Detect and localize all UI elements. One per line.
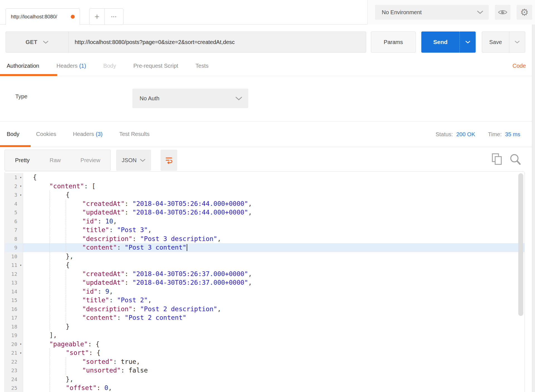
fold-caret-icon[interactable]: ▾ [20, 184, 22, 188]
fold-caret-icon[interactable]: ▾ [20, 264, 22, 267]
line-number: 13 [5, 278, 23, 287]
indent-guide [66, 243, 66, 252]
indent-guide [66, 305, 66, 314]
line-number: 22 [5, 357, 23, 366]
params-button[interactable]: Params [371, 31, 416, 53]
code-line-content[interactable]: "title": "Post 2", [23, 296, 524, 305]
line-number: 9 [5, 243, 23, 252]
save-options-button[interactable] [509, 32, 525, 52]
line-number: 3▾ [5, 191, 23, 199]
auth-type-selector[interactable]: No Auth [132, 89, 248, 108]
code-line-content[interactable]: "unsorted": false [23, 366, 524, 375]
request-tab-headers[interactable]: Headers(1) [57, 63, 86, 69]
url-value: http://localhost:8080/posts?page=0&size=… [75, 39, 235, 45]
request-tabs: AuthorizationHeaders(1)BodyPre-request S… [0, 56, 535, 76]
indent-guide [49, 296, 50, 305]
line-number: 10 [5, 252, 23, 261]
view-mode-raw[interactable]: Raw [40, 150, 70, 171]
fold-caret-icon[interactable]: ▾ [20, 351, 22, 355]
search-icon [509, 153, 521, 165]
code-line-content[interactable]: "sorted": true, [23, 357, 524, 366]
format-selector[interactable]: JSON [116, 150, 151, 171]
indent-guide [49, 261, 50, 270]
code-line-content[interactable]: "description": "Post 2 description", [23, 305, 524, 314]
code-line-content[interactable]: { [23, 261, 524, 270]
response-tab-cookies[interactable]: Cookies [36, 131, 56, 137]
line-number: 14 [5, 287, 23, 296]
environment-quick-look-button[interactable] [495, 5, 510, 20]
code-line-content[interactable]: "sort": { [23, 349, 524, 357]
status-value: 200 OK [456, 131, 475, 137]
send-button[interactable]: Send [421, 31, 476, 53]
send-options-button[interactable] [459, 31, 476, 53]
code-line-content[interactable]: "updatedAt": "2018-04-30T05:26:44.000+00… [23, 208, 524, 217]
new-tab-button[interactable]: + [89, 9, 105, 25]
code-line-9: 9"content": "Post 3 content" [5, 243, 524, 252]
tab-bar: http://localhost:8080/ + ••• No Environm… [0, 0, 535, 25]
request-tab-pre-request-script[interactable]: Pre-request Script [133, 63, 178, 69]
code-link[interactable]: Code [512, 63, 526, 69]
code-line-content[interactable]: { [23, 191, 524, 199]
save-label: Save [482, 32, 509, 52]
code-line-content[interactable]: "id": 9, [23, 287, 524, 296]
time-value: 35 ms [505, 131, 520, 137]
code-line-content[interactable]: "updatedAt": "2018-04-30T05:26:37.000+00… [23, 278, 524, 287]
method-label: GET [26, 39, 38, 45]
code-line-content[interactable]: "createdAt": "2018-04-30T05:26:44.000+00… [23, 199, 524, 208]
indent-guide [66, 208, 66, 217]
code-line-content[interactable]: "title": "Post 3", [23, 226, 524, 235]
code-line-content[interactable]: "offset": 0, [23, 384, 524, 392]
code-line-content[interactable]: "description": "Post 3 description", [23, 235, 524, 244]
response-tab-headers[interactable]: Headers(3) [73, 131, 103, 137]
response-body-viewer: 1▾{2▾"content": [3▾{4"createdAt": "2018-… [4, 171, 525, 392]
response-tab-test-results[interactable]: Test Results [119, 131, 150, 137]
indent-guide [49, 217, 50, 226]
line-number: 12 [5, 270, 23, 279]
code-line-content[interactable]: "content": "Post 3 content" [23, 243, 524, 252]
save-button[interactable]: Save [482, 31, 525, 53]
code-line-content[interactable]: "content": "Post 2 content" [23, 313, 524, 322]
request-tab-body[interactable]: Body [103, 63, 116, 69]
open-request-tab[interactable]: http://localhost:8080/ [6, 8, 80, 25]
fold-caret-icon[interactable]: ▾ [20, 193, 22, 197]
code-line-content[interactable]: { [23, 173, 524, 182]
code-line-19: 19], [5, 331, 524, 340]
active-tab-underline [0, 145, 31, 147]
indent-guide [49, 243, 50, 252]
response-header: BodyCookiesHeaders(3)Test Results Status… [0, 121, 535, 147]
code-line-content[interactable]: ], [23, 331, 524, 340]
code-line-20: 20▾"pageable": { [5, 340, 524, 349]
code-line-content[interactable]: "pageable": { [23, 340, 524, 349]
copy-response-button[interactable] [492, 153, 502, 167]
fold-caret-icon[interactable]: ▾ [20, 342, 22, 346]
settings-button[interactable]: ⚙ [517, 5, 532, 20]
method-selector[interactable]: GET [6, 32, 69, 52]
wrap-lines-button[interactable] [160, 150, 177, 171]
indent-guide [49, 270, 50, 279]
url-input[interactable]: http://localhost:8080/posts?page=0&size=… [69, 32, 366, 52]
code-line-content[interactable]: "content": [ [23, 182, 524, 191]
code-line-1: 1▾{ [5, 173, 524, 182]
code-line-content[interactable]: } [23, 322, 524, 331]
code-line-content[interactable]: }, [23, 252, 524, 261]
response-tab-body[interactable]: Body [7, 131, 20, 137]
request-tab-tests[interactable]: Tests [196, 63, 209, 69]
view-mode-preview[interactable]: Preview [70, 150, 110, 171]
indent-guide [49, 252, 50, 261]
code-line-content[interactable]: "createdAt": "2018-04-30T05:26:37.000+00… [23, 270, 524, 279]
code-line-content[interactable]: "id": 10, [23, 217, 524, 226]
environment-selector[interactable]: No Environment [375, 5, 489, 20]
code-line-content[interactable]: }, [23, 375, 524, 384]
line-number: 2▾ [5, 182, 23, 191]
send-label: Send [421, 31, 459, 53]
line-number: 16 [5, 305, 23, 314]
request-tab-authorization[interactable]: Authorization [7, 63, 39, 69]
line-number: 11▾ [5, 261, 23, 270]
view-mode-pretty[interactable]: Pretty [5, 150, 40, 171]
search-response-button[interactable] [509, 153, 521, 167]
fold-caret-icon[interactable]: ▾ [20, 176, 22, 179]
more-tabs-button[interactable]: ••• [105, 9, 123, 25]
indent-guide [49, 191, 50, 199]
auth-type-value: No Auth [140, 95, 235, 102]
scrollbar-thumb[interactable] [518, 173, 523, 316]
